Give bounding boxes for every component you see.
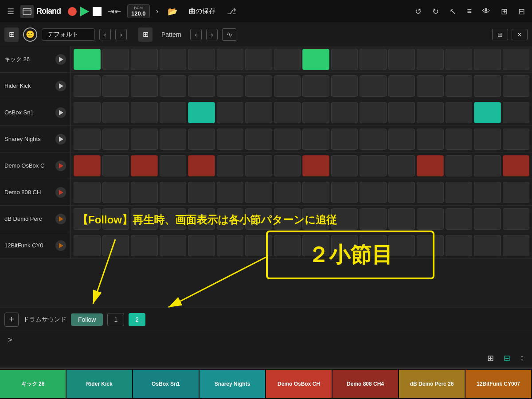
- channel-pad-3[interactable]: Snarey Nights: [200, 370, 266, 398]
- pad[interactable]: [245, 102, 272, 123]
- measure-2-button[interactable]: 2: [129, 313, 145, 326]
- track-play-0[interactable]: [55, 54, 66, 65]
- pad[interactable]: [131, 129, 158, 150]
- pad[interactable]: [360, 129, 387, 150]
- pad[interactable]: [302, 208, 329, 230]
- pad[interactable]: [331, 129, 358, 150]
- pad[interactable]: [474, 129, 501, 150]
- pad[interactable]: [388, 235, 415, 256]
- kit-prev-button[interactable]: ‹: [99, 29, 111, 40]
- pad[interactable]: [188, 102, 215, 123]
- pad[interactable]: [245, 182, 272, 203]
- save-button[interactable]: 曲の保存: [184, 5, 221, 17]
- pad[interactable]: [74, 49, 101, 70]
- pad[interactable]: [160, 102, 187, 123]
- loop-icon[interactable]: ⇥⇤: [105, 5, 124, 18]
- undo-icon[interactable]: ↺: [412, 5, 424, 18]
- pad[interactable]: [245, 49, 272, 70]
- pad[interactable]: [417, 208, 444, 230]
- pad[interactable]: [388, 182, 415, 203]
- pad[interactable]: [474, 49, 501, 70]
- pad[interactable]: [188, 182, 215, 203]
- pad[interactable]: [102, 208, 129, 230]
- pad[interactable]: [360, 182, 387, 203]
- folder-icon[interactable]: 📂: [165, 5, 180, 18]
- pad[interactable]: [302, 155, 329, 176]
- pad[interactable]: [302, 182, 329, 203]
- pad[interactable]: [503, 155, 530, 176]
- pad[interactable]: [302, 102, 329, 123]
- pad[interactable]: [331, 49, 358, 70]
- arrow-right-icon[interactable]: ›: [153, 5, 161, 18]
- pad[interactable]: [302, 75, 329, 97]
- pad[interactable]: [245, 235, 272, 256]
- pad[interactable]: [474, 208, 501, 230]
- pattern-squiggle-button[interactable]: ∿: [222, 28, 236, 41]
- pad[interactable]: [360, 102, 387, 123]
- cursor-icon[interactable]: ↖: [447, 5, 459, 18]
- pad[interactable]: [446, 155, 473, 176]
- pad[interactable]: [388, 129, 415, 150]
- pad[interactable]: [274, 182, 301, 203]
- pad[interactable]: [274, 235, 301, 256]
- track-play-5[interactable]: [55, 187, 66, 198]
- pad[interactable]: [160, 208, 187, 230]
- pad[interactable]: [217, 102, 244, 123]
- pad[interactable]: [160, 75, 187, 97]
- pad[interactable]: [160, 182, 187, 203]
- pad[interactable]: [331, 155, 358, 176]
- pad[interactable]: [102, 182, 129, 203]
- track-play-4[interactable]: [55, 160, 66, 171]
- pad[interactable]: [360, 155, 387, 176]
- pad[interactable]: [503, 75, 530, 97]
- pad[interactable]: [245, 75, 272, 97]
- pad[interactable]: [160, 235, 187, 256]
- pad[interactable]: [474, 182, 501, 203]
- channel-pad-0[interactable]: キック 26: [0, 370, 66, 398]
- play-button[interactable]: [80, 7, 89, 16]
- pad[interactable]: [331, 208, 358, 230]
- kit-next-button[interactable]: ›: [115, 29, 127, 40]
- pad[interactable]: [160, 129, 187, 150]
- channel-pad-1[interactable]: Rider Kick: [66, 370, 133, 398]
- pad[interactable]: [417, 235, 444, 256]
- grid-icon[interactable]: ⊟: [516, 5, 528, 18]
- stop-button[interactable]: [93, 7, 102, 16]
- hamburger-icon[interactable]: ☰: [4, 5, 17, 18]
- pad[interactable]: [474, 102, 501, 123]
- pad[interactable]: [188, 235, 215, 256]
- measure-1-button[interactable]: 1: [107, 313, 124, 326]
- pad[interactable]: [417, 129, 444, 150]
- list-icon[interactable]: ≡: [464, 5, 474, 18]
- pattern-close-button[interactable]: ✕: [512, 29, 528, 40]
- pad[interactable]: [102, 75, 129, 97]
- add-track-button[interactable]: +: [4, 313, 19, 327]
- track-play-6[interactable]: [55, 214, 66, 224]
- redo-icon[interactable]: ↻: [430, 5, 442, 18]
- track-play-1[interactable]: [55, 81, 66, 91]
- pad[interactable]: [188, 75, 215, 97]
- eye-icon[interactable]: 👁: [480, 5, 493, 18]
- pad[interactable]: [245, 208, 272, 230]
- pad[interactable]: [360, 49, 387, 70]
- pattern-bar-menu-button[interactable]: ⊞: [492, 29, 508, 40]
- view-icon-1[interactable]: ⊞: [485, 352, 497, 365]
- pad[interactable]: [131, 102, 158, 123]
- pad[interactable]: [274, 155, 301, 176]
- pad[interactable]: [102, 129, 129, 150]
- pattern-prev-button[interactable]: ‹: [190, 29, 202, 40]
- pad[interactable]: [446, 75, 473, 97]
- pad[interactable]: [274, 75, 301, 97]
- pad[interactable]: [503, 208, 530, 230]
- pad[interactable]: [131, 235, 158, 256]
- pad[interactable]: [503, 129, 530, 150]
- pad[interactable]: [417, 75, 444, 97]
- pad[interactable]: [360, 235, 387, 256]
- share-icon[interactable]: ⎇: [224, 5, 239, 18]
- channel-pad-6[interactable]: dB Demo Perc 26: [399, 370, 466, 398]
- pad[interactable]: [360, 75, 387, 97]
- pad[interactable]: [417, 155, 444, 176]
- record-button[interactable]: [68, 7, 77, 16]
- pad[interactable]: [446, 182, 473, 203]
- pad[interactable]: [74, 235, 101, 256]
